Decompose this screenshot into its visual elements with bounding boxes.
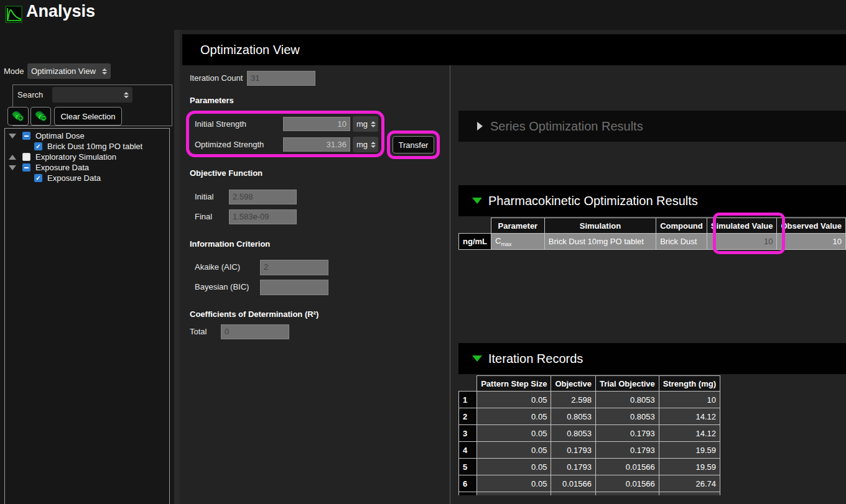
sidebar: Mode Optimization View Search Clear Sele… <box>0 30 174 504</box>
row-header: 3 <box>459 425 477 442</box>
mode-select[interactable]: Optimization View <box>27 63 111 79</box>
tree-label[interactable]: Exposure Data <box>35 163 89 172</box>
value-cell: 14.12 <box>659 425 720 442</box>
table-row: 60.050.015660.0156626.74 <box>459 475 720 492</box>
series-optimization-results-section[interactable]: Series Optimization Results <box>458 111 846 142</box>
transfer-button[interactable]: Transfer <box>393 136 434 153</box>
initial-strength-field[interactable]: 10 <box>283 117 350 131</box>
checkbox-checked[interactable] <box>34 174 42 182</box>
iteration-records-table: Pattern Step SizeObjectiveTrial Objectiv… <box>458 375 720 495</box>
table-corner-cell <box>459 218 491 234</box>
table-row: ng/mLCmaxBrick Dust 10mg PO tabletBrick … <box>459 234 846 250</box>
column-header: Simulation <box>544 218 656 234</box>
row-header: 4 <box>459 442 477 459</box>
value-cell <box>595 492 659 496</box>
value-cell <box>477 492 551 496</box>
value-cell: 0.05 <box>477 408 551 425</box>
value-cell: 10 <box>659 392 720 408</box>
expander-up-icon[interactable] <box>9 155 16 160</box>
expander-down-icon[interactable] <box>9 165 16 170</box>
spinner-arrows-icon[interactable] <box>102 68 107 75</box>
table-row: 20.050.80530.805314.12 <box>459 408 720 425</box>
pk-curve-icon <box>5 6 22 23</box>
search-combobox[interactable] <box>52 87 132 103</box>
bic-label: Bayesian (BIC) <box>195 280 249 295</box>
tree-label[interactable]: Brick Dust 10mg PO tablet <box>47 142 142 151</box>
add-series-button[interactable] <box>7 107 29 126</box>
tree-label[interactable]: Exposure Data <box>47 173 101 183</box>
column-divider <box>450 65 450 504</box>
optimized-strength-label: Optimized Strength <box>195 137 264 152</box>
column-header: Parameter <box>491 218 545 234</box>
parameter-cell: Cmax <box>491 234 545 250</box>
iteration-records-section[interactable]: Iteration Records <box>458 343 846 374</box>
remove-series-icon <box>34 110 48 122</box>
spinner-arrows-icon[interactable] <box>124 92 129 98</box>
value-cell: 0.05 <box>477 475 551 492</box>
tree-row[interactable]: Exposure Data <box>5 162 169 173</box>
tree-row[interactable]: Optimal Dose <box>5 131 169 141</box>
compound-cell: Brick Dust <box>656 234 707 250</box>
chevron-down-icon[interactable] <box>472 198 482 204</box>
unit-value: mg <box>356 140 368 149</box>
column-header: Simulated Value <box>707 218 777 234</box>
chevron-down-icon[interactable] <box>472 355 482 362</box>
table-row: 10.052.5980.805310 <box>459 392 720 408</box>
pharmacokinetic-results-section[interactable]: Pharmacokinetic Optimization Results <box>458 185 846 216</box>
expander-down-icon[interactable] <box>9 134 16 139</box>
bic-field <box>260 280 328 295</box>
clear-selection-button[interactable]: Clear Selection <box>54 107 122 126</box>
value-cell: 0.05 <box>477 425 551 442</box>
value-cell: 2.598 <box>551 392 596 408</box>
spinner-arrows-icon[interactable] <box>371 121 376 127</box>
tree-label[interactable]: Optimal Dose <box>35 131 85 140</box>
value-cell: 0.05 <box>477 459 551 475</box>
value-cell: 0.05 <box>477 392 551 408</box>
tree-row[interactable]: Exposure Data <box>5 173 169 183</box>
value-cell: 0.01566 <box>595 475 659 492</box>
chevron-right-icon[interactable] <box>477 122 483 131</box>
scenario-tree[interactable]: Optimal DoseBrick Dust 10mg PO tabletExp… <box>4 128 170 504</box>
panel-splitter[interactable] <box>174 30 180 504</box>
tree-label[interactable]: Exploratory Simulation <box>35 152 116 162</box>
spinner-arrows-icon[interactable] <box>371 142 376 148</box>
iteration-count-label: Iteration Count <box>190 71 243 86</box>
mode-select-value: Optimization View <box>31 66 96 76</box>
add-series-icon <box>11 110 25 122</box>
main-header: Optimization View <box>182 34 846 65</box>
remove-series-button[interactable] <box>30 107 51 126</box>
table-row: 50.050.17930.0156619.59 <box>459 459 720 475</box>
checkbox-unchecked[interactable] <box>22 153 30 161</box>
objective-function-heading: Objective Function <box>190 168 263 178</box>
table-row: 30.050.80530.179314.12 <box>459 425 720 442</box>
value-cell: 0.1793 <box>551 459 596 475</box>
total-field: 0 <box>221 324 289 339</box>
search-label: Search <box>17 90 43 99</box>
simulated-value-cell: 10 <box>707 234 777 250</box>
checkbox-indeterminate[interactable] <box>22 132 30 140</box>
value-cell: 14.12 <box>659 408 720 425</box>
optimized-strength-field[interactable]: 31.36 <box>283 137 350 152</box>
information-criterion-heading: Information Criterion <box>190 239 270 249</box>
objective-initial-field: 2.598 <box>229 190 297 204</box>
title-bar: Analysis <box>0 0 846 30</box>
page-title: Optimization View <box>200 43 300 57</box>
value-cell: 0.8053 <box>595 392 659 408</box>
section-title: Pharmacokinetic Optimization Results <box>488 194 698 208</box>
value-cell: 0.8053 <box>551 408 596 425</box>
checkbox-indeterminate[interactable] <box>22 163 30 172</box>
parameters-heading: Parameters <box>190 96 234 105</box>
checkbox-checked[interactable] <box>34 142 42 150</box>
value-cell: 0.01566 <box>551 475 596 492</box>
tree-row[interactable]: Exploratory Simulation <box>5 152 169 162</box>
optimized-strength-unit-select[interactable]: mg <box>353 137 378 152</box>
tree-row[interactable]: Brick Dust 10mg PO tablet <box>5 141 169 152</box>
initial-strength-unit-select[interactable]: mg <box>353 116 378 132</box>
row-header <box>459 492 477 496</box>
value-cell: 0.1793 <box>595 425 659 442</box>
value-cell <box>659 492 720 496</box>
value-cell <box>551 492 596 496</box>
value-cell: 26.74 <box>659 475 720 492</box>
table-corner-cell <box>459 376 477 392</box>
section-title: Iteration Records <box>488 352 583 366</box>
